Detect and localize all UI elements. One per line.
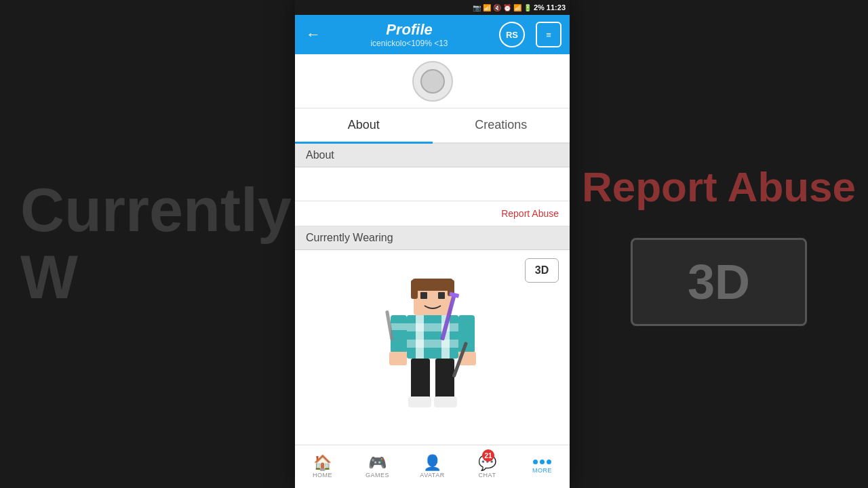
svg-rect-7 [416, 315, 424, 359]
nav-avatar[interactable]: 👤 AVATAR [405, 445, 460, 488]
status-bar: 📷 📶 🔇 ⏰ 📶 🔋 2% 11:23 [295, 0, 570, 15]
phone-container: 📷 📶 🔇 ⏰ 📶 🔋 2% 11:23 ← Profile icenickol… [295, 0, 570, 488]
btn-3d[interactable]: 3D [525, 258, 559, 283]
report-abuse-row: Report Abuse [295, 201, 570, 226]
battery-icon: 🔋 [524, 4, 532, 12]
nav-more-label: MORE [532, 467, 552, 474]
svg-rect-16 [411, 359, 430, 401]
background-right: Report Abuse 3D [570, 0, 868, 488]
background-left: Currently W [0, 0, 295, 488]
alarm-icon: ⏰ [503, 4, 511, 12]
svg-rect-9 [407, 323, 458, 331]
about-content [295, 167, 570, 201]
video-icon: 📷 [473, 4, 481, 12]
signal-icon: 📶 [483, 4, 491, 12]
time-display: 11:23 [547, 3, 566, 12]
tabs-container: About Creations [295, 108, 570, 144]
nav-avatar-label: AVATAR [420, 472, 444, 479]
avatar-circle [412, 61, 453, 102]
nav-more[interactable]: MORE [515, 445, 570, 488]
svg-rect-10 [407, 340, 458, 348]
bg-report-abuse-text: Report Abuse [582, 163, 856, 211]
svg-rect-5 [438, 292, 445, 299]
svg-rect-18 [408, 396, 431, 407]
battery-percent: 2% [534, 3, 545, 12]
currently-wearing-header: Currently Wearing [295, 226, 570, 250]
chat-badge: 21 [482, 449, 494, 462]
wifi-icon: 📶 [513, 4, 521, 12]
svg-rect-14 [458, 315, 475, 353]
mute-icon: 🔇 [493, 4, 501, 12]
character-display-area: 3D [295, 250, 570, 445]
svg-rect-6 [407, 315, 458, 359]
status-icons: 📷 📶 🔇 ⏰ 📶 🔋 2% 11:23 [473, 3, 566, 12]
header-subtitle: icenickolo<109% <13 [370, 39, 448, 48]
avatar-area [295, 54, 570, 108]
bg-left-text: Currently W [0, 177, 295, 311]
app-header: ← Profile icenickolo<109% <13 RS ≡ [295, 15, 570, 54]
nav-home[interactable]: 🏠 HOME [295, 445, 350, 488]
svg-rect-13 [389, 352, 407, 365]
svg-rect-17 [435, 359, 454, 401]
robux-button[interactable]: RS [499, 22, 525, 47]
menu-button[interactable]: ≡ [536, 22, 561, 47]
tab-creations[interactable]: Creations [433, 108, 570, 144]
character-figure [378, 273, 487, 422]
avatar-inner [420, 69, 445, 94]
svg-rect-2 [411, 280, 418, 299]
nav-games[interactable]: 🎮 GAMES [350, 445, 405, 488]
tab-about[interactable]: About [295, 108, 433, 144]
svg-rect-19 [434, 396, 457, 407]
svg-rect-12 [391, 323, 407, 330]
back-button[interactable]: ← [303, 23, 323, 46]
menu-icon: ≡ [546, 30, 551, 40]
svg-rect-4 [420, 292, 427, 299]
nav-chat[interactable]: 💬 21 CHAT [460, 445, 515, 488]
svg-rect-11 [391, 315, 407, 353]
rs-label: RS [506, 30, 518, 40]
header-center: Profile icenickolo<109% <13 [330, 21, 488, 48]
bg-3d-box: 3D [631, 238, 807, 326]
more-dots-icon [533, 460, 551, 464]
games-icon: 🎮 [368, 455, 387, 470]
avatar-nav-icon: 👤 [423, 455, 441, 470]
about-section-header: About [295, 144, 570, 167]
report-abuse-link[interactable]: Report Abuse [501, 208, 559, 219]
nav-home-label: HOME [313, 472, 332, 479]
header-title: Profile [386, 21, 432, 39]
nav-chat-label: CHAT [479, 472, 496, 479]
home-icon: 🏠 [313, 455, 332, 470]
nav-games-label: GAMES [366, 472, 389, 479]
bottom-navigation: 🏠 HOME 🎮 GAMES 👤 AVATAR 💬 21 CHAT MORE [295, 445, 570, 488]
bg-3d-label: 3D [688, 254, 750, 310]
svg-rect-1 [412, 279, 453, 291]
